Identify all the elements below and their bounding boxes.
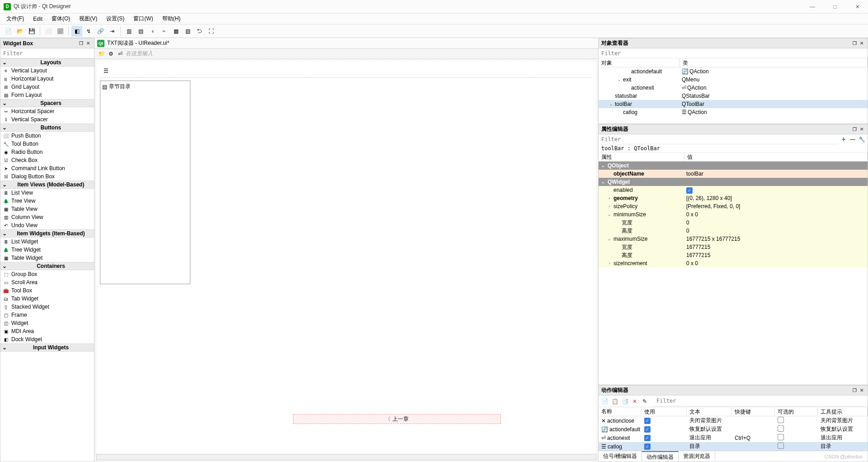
- tab-action-editor[interactable]: 动作编辑器: [642, 451, 679, 461]
- break-layout-icon[interactable]: ⮌: [194, 26, 205, 37]
- widget-box-filter[interactable]: [0, 48, 94, 58]
- tab-signal-slot[interactable]: 信号/槽编辑器: [599, 451, 642, 461]
- prev-chapter-button[interactable]: 〈 上一章: [293, 414, 501, 424]
- action-row[interactable]: 🔄actiondefault✓恢复默认设置恢复默认设置: [599, 425, 868, 433]
- checkbox-icon[interactable]: ✓: [644, 418, 651, 424]
- object-tree-row[interactable]: actionexit⏎ QAction: [599, 84, 868, 92]
- widget-item[interactable]: ▯Stacked Widget: [0, 303, 94, 311]
- widget-item[interactable]: ☑Check Box: [0, 156, 94, 164]
- widget-item[interactable]: ▥Column View: [0, 213, 94, 221]
- widget-group-containers[interactable]: ⌄Containers: [0, 262, 94, 270]
- col-shortcut[interactable]: 快捷键: [732, 407, 775, 416]
- gear-icon[interactable]: ⚙: [107, 50, 115, 58]
- wrench-icon[interactable]: 🔧: [858, 135, 866, 143]
- widget-item[interactable]: ≣List View: [0, 189, 94, 197]
- delete-action-icon[interactable]: ✕: [630, 397, 639, 406]
- column-header-object[interactable]: 对象: [599, 58, 680, 67]
- property-row[interactable]: 高度16777215: [599, 251, 868, 259]
- layout-vsplit-icon[interactable]: ⫟: [159, 26, 170, 37]
- property-group[interactable]: ⌄QObject: [599, 162, 868, 170]
- widget-item[interactable]: ▣MDI Area: [0, 327, 94, 335]
- restore-icon[interactable]: ❐: [851, 40, 858, 47]
- col-use[interactable]: 使用: [642, 407, 687, 416]
- property-row[interactable]: 宽度16777215: [599, 243, 868, 251]
- object-inspector-filter[interactable]: [599, 48, 868, 58]
- menu-window[interactable]: 窗口(W): [130, 14, 156, 24]
- action-row[interactable]: ⏎actionexit✓退出应用Ctrl+Q退出应用: [599, 433, 868, 442]
- edit-widgets-icon[interactable]: ◧: [71, 26, 82, 37]
- minimize-button[interactable]: —: [806, 2, 819, 11]
- widget-group-item-widgets-item-based-[interactable]: ⌄Item Widgets (Item-Based): [0, 229, 94, 238]
- edit-signals-icon[interactable]: ↯: [83, 26, 94, 37]
- widget-item[interactable]: 🧰Tool Box: [0, 286, 94, 295]
- open-file-icon[interactable]: 📂: [14, 26, 25, 37]
- widget-item[interactable]: ▦Table Widget: [0, 254, 94, 262]
- checkbox-icon[interactable]: ✓: [644, 435, 651, 441]
- bring-front-icon[interactable]: ⬛: [55, 26, 66, 37]
- widget-item[interactable]: ▢Frame: [0, 311, 94, 319]
- object-tree-row[interactable]: ⌄exitQMenu: [599, 76, 868, 84]
- widget-item[interactable]: ◧Dock Widget: [0, 335, 94, 343]
- checkbox-icon[interactable]: [778, 443, 784, 449]
- property-group[interactable]: ⌄QWidget: [599, 178, 868, 186]
- widget-item[interactable]: ▤Form Layout: [0, 91, 94, 99]
- widget-group-input-widgets[interactable]: ⌄Input Widgets: [0, 343, 94, 352]
- widget-item[interactable]: ▦Table View: [0, 205, 94, 213]
- property-row[interactable]: 高度0: [599, 227, 868, 235]
- checkbox-icon[interactable]: ✓: [644, 443, 651, 450]
- property-row[interactable]: ⌄maximumSize16777215 x 16777215: [599, 235, 868, 243]
- property-row[interactable]: ›sizeIncrement0 x 0: [599, 259, 868, 267]
- action-row[interactable]: ☰catlog✓目录目录: [599, 442, 868, 451]
- widget-item[interactable]: ◉Radio Button: [0, 148, 94, 156]
- widget-group-buttons[interactable]: ⌄Buttons: [0, 124, 94, 132]
- new-action-icon[interactable]: 📄: [600, 397, 609, 406]
- edit-buddies-icon[interactable]: 🔗: [95, 26, 106, 37]
- layout-grid-icon[interactable]: ▦: [170, 26, 181, 37]
- restore-icon[interactable]: ❐: [851, 126, 858, 133]
- action-row[interactable]: ✕actionclose✓关闭背景图片关闭背景图片: [599, 416, 868, 425]
- restore-icon[interactable]: ❐: [851, 387, 858, 394]
- add-property-icon[interactable]: +: [840, 135, 848, 143]
- preview-list-widget[interactable]: ▤章节目录: [100, 81, 190, 284]
- layout-vertical-icon[interactable]: ▤: [135, 26, 146, 37]
- close-button[interactable]: ✕: [851, 2, 864, 11]
- property-row[interactable]: enabled✓: [599, 186, 868, 194]
- menu-file[interactable]: 文件(F): [3, 14, 28, 24]
- property-filter[interactable]: [599, 134, 839, 144]
- adjust-size-icon[interactable]: ⛶: [206, 26, 217, 37]
- widget-item[interactable]: 🌲Tree Widget: [0, 246, 94, 254]
- checkbox-icon[interactable]: ✓: [686, 187, 693, 194]
- folder-icon[interactable]: 📁: [97, 50, 105, 58]
- widget-group-item-views-model-based-[interactable]: ⌄Item Views (Model-Based): [0, 181, 94, 189]
- column-header-property[interactable]: 属性: [599, 152, 684, 161]
- widget-item[interactable]: ⇳Vertical Spacer: [0, 115, 94, 124]
- checkbox-icon[interactable]: ✓: [644, 426, 651, 433]
- save-file-icon[interactable]: 💾: [26, 26, 37, 37]
- layout-form-icon[interactable]: ▧: [182, 26, 193, 37]
- new-file-icon[interactable]: 📄: [3, 26, 14, 37]
- property-row[interactable]: 宽度0: [599, 219, 868, 227]
- widget-item[interactable]: ◫Widget: [0, 319, 94, 327]
- widget-item[interactable]: ⫼Horizontal Layout: [0, 75, 94, 83]
- property-row[interactable]: ›geometry[(0, 26), 1280 x 40]: [599, 194, 868, 202]
- widget-item[interactable]: 🗂Tab Widget: [0, 295, 94, 303]
- layout-horizontal-icon[interactable]: ▥: [123, 26, 134, 37]
- object-tree-row[interactable]: catlog☰ QAction: [599, 108, 868, 116]
- widget-item[interactable]: ☒Dialog Button Box: [0, 172, 94, 181]
- close-icon[interactable]: ✕: [859, 40, 865, 47]
- property-row[interactable]: objectNametoolBar: [599, 170, 868, 178]
- close-icon[interactable]: ✕: [85, 40, 91, 47]
- widget-item[interactable]: 🌲Tree View: [0, 197, 94, 205]
- maximize-button[interactable]: □: [828, 2, 842, 11]
- property-row[interactable]: ›sizePolicy[Preferred, Fixed, 0, 0]: [599, 202, 868, 210]
- checkbox-icon[interactable]: [778, 417, 784, 423]
- close-icon[interactable]: ✕: [859, 126, 865, 133]
- widget-item[interactable]: ≡Vertical Layout: [0, 67, 94, 75]
- col-text[interactable]: 文本: [687, 407, 732, 416]
- configure-icon[interactable]: ✎: [640, 397, 649, 406]
- edit-taborder-icon[interactable]: ⇥: [107, 26, 118, 37]
- checkbox-icon[interactable]: [778, 434, 784, 440]
- widget-item[interactable]: ▭Scroll Area: [0, 278, 94, 286]
- copy-action-icon[interactable]: 📋: [610, 397, 619, 406]
- widget-item[interactable]: ≣List Widget: [0, 238, 94, 246]
